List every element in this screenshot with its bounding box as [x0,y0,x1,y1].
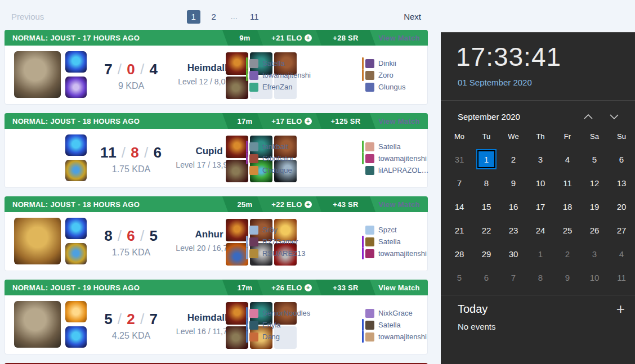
player-avatar [365,237,374,246]
page-button-11[interactable]: 11 [248,10,261,24]
team-two-list: SatellatowamajitenshililALPRAZOL… [362,141,429,176]
calendar-day[interactable]: 2 [554,242,581,266]
player-name-link[interactable]: RSUAREZ13 [262,249,306,258]
player-name-link[interactable]: Chduque [262,166,292,174]
calendar-day[interactable]: 25 [554,218,581,242]
calendar-day[interactable]: 5 [446,266,473,289]
calendar-day[interactable]: 10 [581,266,608,289]
calendar-day[interactable]: 7 [500,266,527,289]
calendar-day[interactable]: 28 [446,242,473,266]
calendar-day[interactable]: 2 [500,147,527,171]
player-name-link[interactable]: Glungus [378,83,405,91]
calendar-day[interactable]: 12 [581,171,608,195]
player-name-link[interactable]: Eriyla [262,321,281,329]
calendar-day[interactable]: 10 [527,171,554,195]
calendar-day[interactable]: 4 [608,242,635,266]
player-name-link[interactable]: Dinkii [378,59,396,68]
player-name-link[interactable]: towamajitenshi [378,249,427,258]
player-row: NixkGrace [362,307,427,319]
player-name-link[interactable]: towamajitenshi [378,332,427,341]
calendar-day[interactable]: 7 [446,171,473,195]
calendar-day[interactable]: 11 [554,171,581,195]
calendar-day[interactable]: 11 [608,266,635,289]
page-button-1[interactable]: 1 [187,10,200,24]
calendar-day[interactable]: 3 [527,147,554,171]
player-name-link[interactable]: Zoro [378,71,393,79]
calendar-day[interactable]: 27 [608,218,635,242]
player-name-link[interactable]: SeniorNoodles [262,309,310,317]
calendar-day[interactable]: 22 [473,218,500,242]
player-avatar [249,154,258,163]
kda-ratio: 9 KDA [94,81,168,91]
calendar-day[interactable]: 23 [500,218,527,242]
calendar-day[interactable]: 21 [446,218,473,242]
calendar-day[interactable]: 17 [527,195,554,218]
player-name-link[interactable]: Satella [378,321,401,329]
party-color-bar [246,236,248,248]
calendar-day-selected[interactable]: 1 [473,147,500,171]
player-avatar [365,321,374,330]
view-match-link[interactable]: View Match [370,196,428,212]
view-match-link[interactable]: View Match [370,30,428,46]
player-name-link[interactable]: Sröy [262,226,278,234]
player-name-link[interactable]: Satella [378,142,401,151]
player-name-link[interactable]: EfrenZan [262,83,292,91]
weekday-label: Th [527,129,554,143]
player-name-link[interactable]: Dang [262,332,280,341]
calendar-day[interactable]: 19 [581,195,608,218]
add-event-plus-icon[interactable]: + [616,302,625,316]
player-avatar [365,71,374,80]
player-name-link[interactable]: towamajitenshi [378,154,427,163]
player-name-link[interactable]: Satella [378,237,401,246]
player-avatar [249,321,258,330]
player-avatar [249,142,258,151]
previous-page-button: Previous [11,12,44,21]
calendar-day[interactable]: 6 [608,147,635,171]
calendar-day[interactable]: 5 [581,147,608,171]
sr-change-badge: +43 SR [321,196,370,212]
calendar-day[interactable]: 29 [473,242,500,266]
player-name-link[interactable]: Spzct [378,226,397,234]
calendar-day[interactable]: 6 [473,266,500,289]
calendar-day[interactable]: 9 [500,171,527,195]
view-match-link[interactable]: View Match [370,280,428,295]
calendar-day[interactable]: 20 [608,195,635,218]
calendar-day[interactable]: 13 [608,171,635,195]
today-label[interactable]: Today [458,303,616,316]
page-button-2[interactable]: 2 [207,10,221,24]
calendar-day[interactable]: 9 [554,266,581,289]
player-row: Chduque [246,164,294,176]
match-card: NORMAL: JOUST - 19 HOURS AGO 17m +26 ELO… [5,280,428,354]
month-label[interactable]: September 2020 [458,112,575,122]
chevron-down-icon[interactable] [601,110,627,123]
player-name-link[interactable]: Satella [262,59,285,68]
next-page-button[interactable]: Next [404,12,421,21]
calendar-day[interactable]: 8 [473,171,500,195]
calendar-day[interactable]: 8 [527,266,554,289]
calendar-day[interactable]: 3 [581,242,608,266]
clock-date[interactable]: 01 September 2020 [458,78,532,87]
calendar-day[interactable]: 31 [446,147,473,171]
calendar-day[interactable]: 1 [527,242,554,266]
match-body: 5 / 2 / 7 4.25 KDA Heimdallr Level 16 / … [5,295,428,354]
calendar-day[interactable]: 4 [554,147,581,171]
player-name-link[interactable]: towamajitenshi [262,71,311,79]
kda-block: 11 / 8 / 6 1.75 KDA [94,144,168,174]
player-name-link[interactable]: tankbait [262,142,288,151]
calendar-day[interactable]: 14 [446,195,473,218]
calendar-day[interactable]: 15 [473,195,500,218]
player-name-link[interactable]: R27Gamer [262,237,298,246]
calendar-day[interactable]: 26 [581,218,608,242]
party-color-bar [362,331,364,343]
player-name-link[interactable]: NixkGrace [378,309,413,317]
calendar-day[interactable]: 30 [500,242,527,266]
calendar-day[interactable]: 16 [500,195,527,218]
view-match-link[interactable]: View Match [370,113,428,129]
calendar-day[interactable]: 24 [527,218,554,242]
calendar-day[interactable]: 18 [554,195,581,218]
chevron-up-icon[interactable] [575,110,601,123]
player-name-link[interactable]: lilALPRAZOL… [378,166,429,174]
weekday-label: Sa [581,129,608,143]
match-body: 11 / 8 / 6 1.75 KDA Cupid Level 17 / 13,… [5,129,428,188]
player-name-link[interactable]: Gibrillator [262,154,294,163]
